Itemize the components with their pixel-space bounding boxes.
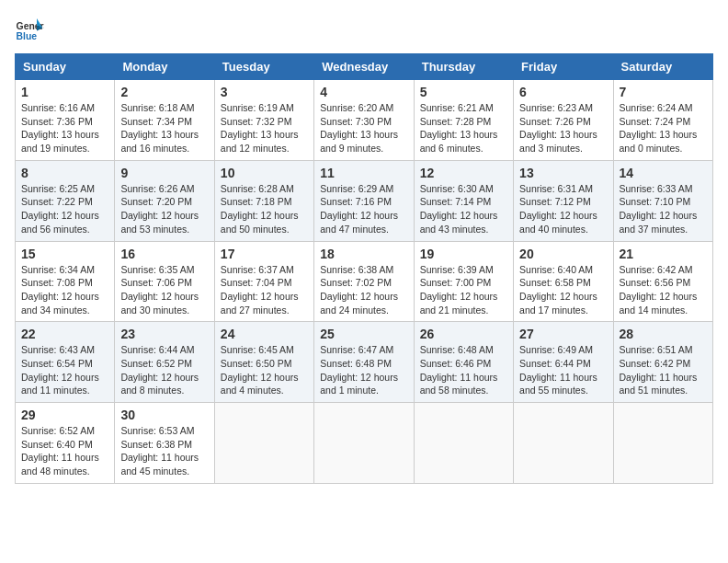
cell-details: Sunrise: 6:49 AMSunset: 6:44 PMDaylight:…	[519, 343, 607, 397]
day-number: 15	[21, 247, 108, 261]
calendar-header: SundayMondayTuesdayWednesdayThursdayFrid…	[16, 54, 713, 80]
weekday-thursday: Thursday	[414, 54, 513, 80]
calendar-cell: 16Sunrise: 6:35 AMSunset: 7:06 PMDayligh…	[115, 241, 214, 322]
day-number: 4	[320, 85, 407, 99]
cell-details: Sunrise: 6:28 AMSunset: 7:18 PMDaylight:…	[221, 182, 308, 236]
day-number: 13	[519, 166, 607, 180]
day-number: 17	[221, 247, 308, 261]
day-number: 11	[320, 166, 407, 180]
calendar-cell: 26Sunrise: 6:48 AMSunset: 6:46 PMDayligh…	[414, 322, 513, 403]
weekday-wednesday: Wednesday	[314, 54, 414, 80]
cell-details: Sunrise: 6:33 AMSunset: 7:10 PMDaylight:…	[620, 182, 707, 236]
day-number: 28	[620, 327, 707, 341]
cell-details: Sunrise: 6:53 AMSunset: 6:38 PMDaylight:…	[120, 424, 208, 478]
day-number: 22	[21, 327, 108, 341]
cell-details: Sunrise: 6:34 AMSunset: 7:08 PMDaylight:…	[21, 263, 108, 317]
cell-details: Sunrise: 6:20 AMSunset: 7:30 PMDaylight:…	[320, 101, 407, 155]
day-number: 10	[221, 166, 308, 180]
cell-details: Sunrise: 6:18 AMSunset: 7:34 PMDaylight:…	[120, 101, 208, 155]
calendar-cell: 5Sunrise: 6:21 AMSunset: 7:28 PMDaylight…	[414, 80, 513, 161]
cell-details: Sunrise: 6:30 AMSunset: 7:14 PMDaylight:…	[420, 182, 507, 236]
day-number: 18	[320, 247, 407, 261]
calendar-cell: 19Sunrise: 6:39 AMSunset: 7:00 PMDayligh…	[414, 241, 513, 322]
calendar-week-row: 22Sunrise: 6:43 AMSunset: 6:54 PMDayligh…	[16, 322, 713, 403]
day-number: 23	[120, 327, 208, 341]
cell-details: Sunrise: 6:45 AMSunset: 6:50 PMDaylight:…	[221, 343, 308, 397]
calendar-cell: 23Sunrise: 6:44 AMSunset: 6:52 PMDayligh…	[115, 322, 214, 403]
cell-details: Sunrise: 6:40 AMSunset: 6:58 PMDaylight:…	[519, 263, 607, 317]
calendar-cell: 11Sunrise: 6:29 AMSunset: 7:16 PMDayligh…	[314, 160, 414, 241]
cell-details: Sunrise: 6:47 AMSunset: 6:48 PMDaylight:…	[320, 343, 407, 397]
calendar-cell: 14Sunrise: 6:33 AMSunset: 7:10 PMDayligh…	[613, 160, 712, 241]
day-number: 2	[120, 85, 208, 99]
cell-details: Sunrise: 6:31 AMSunset: 7:12 PMDaylight:…	[519, 182, 607, 236]
calendar-cell: 13Sunrise: 6:31 AMSunset: 7:12 PMDayligh…	[514, 160, 613, 241]
calendar-cell: 4Sunrise: 6:20 AMSunset: 7:30 PMDaylight…	[314, 80, 414, 161]
weekday-monday: Monday	[115, 54, 214, 80]
page-header: General Blue	[15, 15, 713, 44]
calendar-cell: 2Sunrise: 6:18 AMSunset: 7:34 PMDaylight…	[115, 80, 214, 161]
calendar-week-row: 1Sunrise: 6:16 AMSunset: 7:36 PMDaylight…	[16, 80, 713, 161]
calendar-cell: 27Sunrise: 6:49 AMSunset: 6:44 PMDayligh…	[514, 322, 613, 403]
day-number: 6	[519, 85, 607, 99]
cell-details: Sunrise: 6:19 AMSunset: 7:32 PMDaylight:…	[221, 101, 308, 155]
day-number: 21	[620, 247, 707, 261]
cell-details: Sunrise: 6:29 AMSunset: 7:16 PMDaylight:…	[320, 182, 407, 236]
day-number: 29	[21, 408, 108, 422]
day-number: 7	[620, 85, 707, 99]
calendar-cell	[214, 403, 313, 484]
calendar-cell: 20Sunrise: 6:40 AMSunset: 6:58 PMDayligh…	[514, 241, 613, 322]
calendar-cell: 12Sunrise: 6:30 AMSunset: 7:14 PMDayligh…	[414, 160, 513, 241]
day-number: 27	[519, 327, 607, 341]
calendar-cell: 1Sunrise: 6:16 AMSunset: 7:36 PMDaylight…	[16, 80, 115, 161]
cell-details: Sunrise: 6:23 AMSunset: 7:26 PMDaylight:…	[519, 101, 607, 155]
cell-details: Sunrise: 6:52 AMSunset: 6:40 PMDaylight:…	[21, 424, 108, 478]
calendar-body: 1Sunrise: 6:16 AMSunset: 7:36 PMDaylight…	[16, 80, 713, 484]
day-number: 16	[120, 247, 208, 261]
calendar-week-row: 8Sunrise: 6:25 AMSunset: 7:22 PMDaylight…	[16, 160, 713, 241]
cell-details: Sunrise: 6:38 AMSunset: 7:02 PMDaylight:…	[320, 263, 407, 317]
cell-details: Sunrise: 6:24 AMSunset: 7:24 PMDaylight:…	[620, 101, 707, 155]
day-number: 26	[420, 327, 507, 341]
cell-details: Sunrise: 6:39 AMSunset: 7:00 PMDaylight:…	[420, 263, 507, 317]
cell-details: Sunrise: 6:21 AMSunset: 7:28 PMDaylight:…	[420, 101, 507, 155]
calendar-cell: 17Sunrise: 6:37 AMSunset: 7:04 PMDayligh…	[214, 241, 313, 322]
calendar-cell	[514, 403, 613, 484]
day-number: 14	[620, 166, 707, 180]
day-number: 8	[21, 166, 108, 180]
day-number: 19	[420, 247, 507, 261]
calendar-cell: 9Sunrise: 6:26 AMSunset: 7:20 PMDaylight…	[115, 160, 214, 241]
cell-details: Sunrise: 6:43 AMSunset: 6:54 PMDaylight:…	[21, 343, 108, 397]
calendar-cell	[314, 403, 414, 484]
weekday-sunday: Sunday	[16, 54, 115, 80]
day-number: 12	[420, 166, 507, 180]
calendar-cell: 3Sunrise: 6:19 AMSunset: 7:32 PMDaylight…	[214, 80, 313, 161]
calendar-cell: 18Sunrise: 6:38 AMSunset: 7:02 PMDayligh…	[314, 241, 414, 322]
calendar-cell: 25Sunrise: 6:47 AMSunset: 6:48 PMDayligh…	[314, 322, 414, 403]
day-number: 5	[420, 85, 507, 99]
cell-details: Sunrise: 6:51 AMSunset: 6:42 PMDaylight:…	[620, 343, 707, 397]
calendar-table: SundayMondayTuesdayWednesdayThursdayFrid…	[15, 53, 713, 484]
cell-details: Sunrise: 6:48 AMSunset: 6:46 PMDaylight:…	[420, 343, 507, 397]
cell-details: Sunrise: 6:16 AMSunset: 7:36 PMDaylight:…	[21, 101, 108, 155]
calendar-cell: 29Sunrise: 6:52 AMSunset: 6:40 PMDayligh…	[16, 403, 115, 484]
day-number: 20	[519, 247, 607, 261]
calendar-cell	[613, 403, 712, 484]
logo: General Blue	[15, 15, 44, 44]
cell-details: Sunrise: 6:26 AMSunset: 7:20 PMDaylight:…	[120, 182, 208, 236]
day-number: 25	[320, 327, 407, 341]
calendar-cell: 28Sunrise: 6:51 AMSunset: 6:42 PMDayligh…	[613, 322, 712, 403]
cell-details: Sunrise: 6:25 AMSunset: 7:22 PMDaylight:…	[21, 182, 108, 236]
cell-details: Sunrise: 6:37 AMSunset: 7:04 PMDaylight:…	[221, 263, 308, 317]
day-number: 1	[21, 85, 108, 99]
calendar-cell: 6Sunrise: 6:23 AMSunset: 7:26 PMDaylight…	[514, 80, 613, 161]
day-number: 3	[221, 85, 308, 99]
calendar-cell: 22Sunrise: 6:43 AMSunset: 6:54 PMDayligh…	[16, 322, 115, 403]
calendar-cell: 10Sunrise: 6:28 AMSunset: 7:18 PMDayligh…	[214, 160, 313, 241]
logo-icon: General Blue	[15, 15, 44, 44]
day-number: 24	[221, 327, 308, 341]
weekday-header-row: SundayMondayTuesdayWednesdayThursdayFrid…	[16, 54, 713, 80]
cell-details: Sunrise: 6:35 AMSunset: 7:06 PMDaylight:…	[120, 263, 208, 317]
calendar-cell: 30Sunrise: 6:53 AMSunset: 6:38 PMDayligh…	[115, 403, 214, 484]
svg-text:Blue: Blue	[17, 31, 38, 41]
